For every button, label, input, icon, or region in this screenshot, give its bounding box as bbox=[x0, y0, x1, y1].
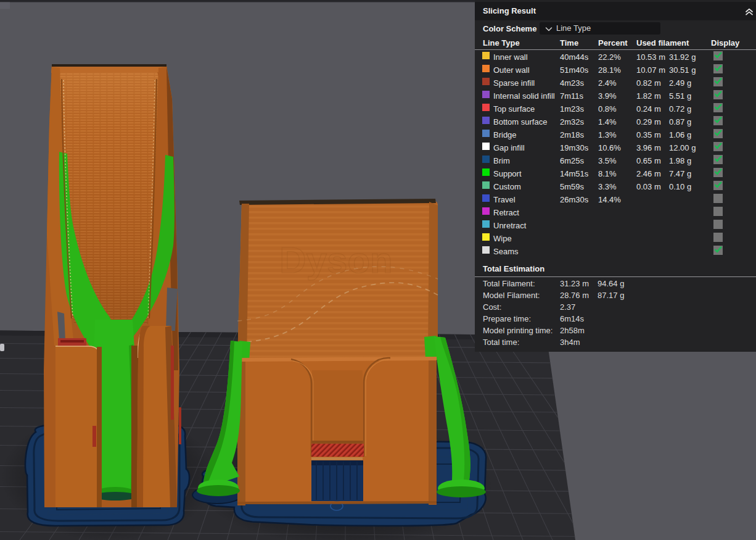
svg-text:Dyson: Dyson bbox=[279, 239, 392, 281]
